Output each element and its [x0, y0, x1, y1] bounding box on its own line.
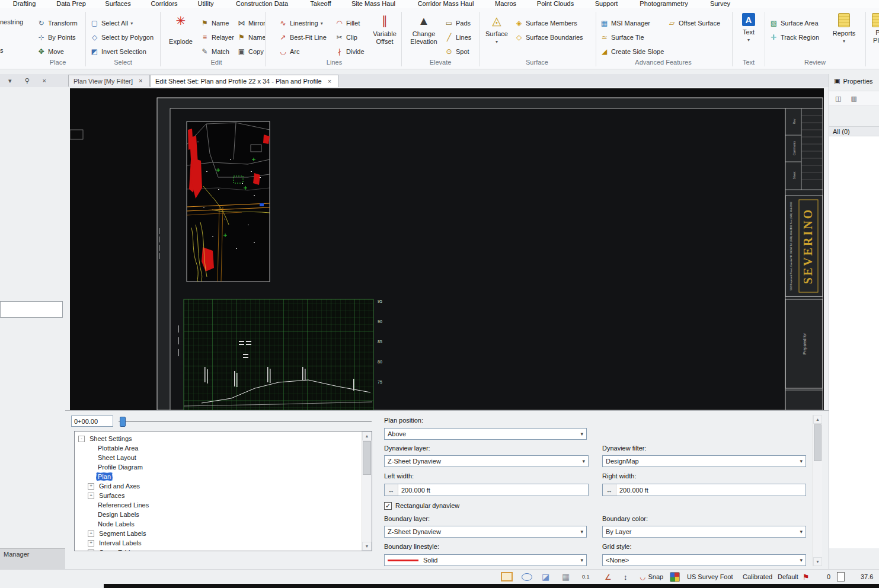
msi-manager-button[interactable]: ▦ MSI Manager: [600, 18, 650, 28]
lasso-select-icon[interactable]: [522, 571, 532, 582]
cad-canvas[interactable]: 95 90 85 80 75 Rev Comments Sheet: [70, 88, 824, 410]
sheet-icon[interactable]: [837, 571, 845, 582]
name-button[interactable]: ⚑ Name: [200, 18, 229, 28]
surface-button[interactable]: ◬ Surface ▾: [484, 13, 510, 46]
tree-scrollbar[interactable]: ▲ ▼: [362, 432, 372, 551]
menu-tab-takeoff[interactable]: Takeoff: [310, 0, 331, 8]
match-button[interactable]: ✎ Match: [200, 47, 229, 56]
menu-tab-site-mass-haul[interactable]: Site Mass Haul: [351, 0, 395, 8]
pin-icon[interactable]: ⚲: [25, 77, 30, 85]
offset-surface-button[interactable]: ▱ Offset Surface: [667, 18, 720, 28]
tree-item-plottable-area[interactable]: Plottable Area: [96, 443, 140, 453]
surface-boundaries-button[interactable]: ◇ Surface Boundaries: [514, 33, 583, 42]
station-input[interactable]: 0+00.00: [71, 416, 113, 427]
menu-tab-surfaces[interactable]: Surfaces: [105, 0, 130, 8]
panel-menu-chevron-icon[interactable]: ▾: [8, 77, 12, 85]
boundary-layer-select[interactable]: Z-Sheet Dynaview ▾: [384, 526, 587, 538]
best-fit-line-button[interactable]: ↗ Best-Fit Line: [279, 33, 327, 42]
tree-item-referenced-lines[interactable]: Referenced Lines: [96, 500, 151, 510]
boundary-color-select[interactable]: By Layer ▾: [602, 526, 806, 538]
relayer-button[interactable]: ≡ Relayer: [200, 33, 234, 42]
arc-button[interactable]: ◡ Arc: [279, 47, 300, 56]
slope-mode-icon[interactable]: ∠: [605, 571, 612, 582]
change-elevation-button[interactable]: ▲ Change Elevation: [409, 13, 439, 46]
menu-tab-corridors[interactable]: Corridors: [151, 0, 177, 8]
polygon-select-icon[interactable]: ◪: [542, 571, 549, 582]
marquee-select-icon[interactable]: [501, 571, 513, 582]
spot-button[interactable]: ⊙ Spot: [445, 47, 469, 56]
flag-icon[interactable]: ⚑: [803, 571, 810, 582]
menu-tab-point-clouds[interactable]: Point Clouds: [537, 0, 574, 8]
scroll-up-icon[interactable]: ▲: [813, 415, 822, 424]
dynaview-filter-select[interactable]: DesignMap ▾: [602, 455, 806, 467]
calibrated-label[interactable]: Calibrated: [743, 571, 772, 582]
surface-area-button[interactable]: ▧ Surface Area: [769, 18, 819, 28]
surface-members-button[interactable]: ◈ Surface Members: [514, 18, 577, 28]
expand-icon[interactable]: +: [88, 540, 94, 547]
invert-selection-button[interactable]: ◩ Invert Selection: [90, 47, 146, 56]
tree-item-profile-diagram[interactable]: Profile Diagram: [96, 462, 145, 472]
properties-filter[interactable]: All (0): [829, 126, 879, 136]
place-cut-label[interactable]: nestring: [0, 18, 23, 25]
tree-item-design-labels[interactable]: Design Labels: [96, 510, 141, 519]
mirror-button[interactable]: ⋈ Mirror: [237, 18, 266, 28]
expand-icon[interactable]: +: [88, 483, 94, 490]
tree-item-sheet-settings[interactable]: - Sheet Settings: [78, 434, 134, 443]
place-cut-label-2[interactable]: s: [0, 47, 4, 54]
tree-item-segment-labels[interactable]: + Segment Labels: [88, 529, 148, 538]
error-count[interactable]: 0: [827, 571, 830, 582]
plan-position-select[interactable]: Above ▾: [384, 428, 587, 440]
linestring-button[interactable]: ∿ Linestring ▾: [279, 18, 323, 28]
tree-item-interval-labels[interactable]: + Interval Labels: [88, 538, 143, 548]
divide-button[interactable]: ∤ Divide: [335, 47, 365, 56]
scroll-down-icon[interactable]: ▼: [362, 542, 372, 551]
left-width-field[interactable]: ↔ 200.000 ft: [384, 484, 589, 496]
ortho-increment-icon[interactable]: 0.1: [582, 571, 590, 582]
name-button-2[interactable]: ⚑ Name: [237, 33, 266, 42]
collapse-icon[interactable]: -: [78, 436, 85, 442]
menu-tab-data-prep[interactable]: Data Prep: [56, 0, 86, 8]
units-label[interactable]: US Survey Foot: [687, 571, 733, 582]
coordinate-system-icon[interactable]: [670, 571, 680, 582]
tab-edit-sheet-set[interactable]: Edit Sheet Set: Plan and Profile 22 x 34…: [150, 75, 338, 87]
vertical-mode-icon[interactable]: ↕: [624, 571, 628, 582]
expand-icon[interactable]: +: [88, 493, 94, 499]
menu-tab-drafting[interactable]: Drafting: [13, 0, 36, 8]
dynaview-layer-select[interactable]: Z-Sheet Dynaview ▾: [384, 455, 589, 467]
tree-item-sheet-layout[interactable]: Sheet Layout: [96, 453, 138, 462]
fillet-button[interactable]: ◠ Fillet: [335, 18, 360, 28]
scroll-up-icon[interactable]: ▲: [362, 432, 372, 440]
by-points-button[interactable]: ⊹ By Points: [37, 33, 75, 42]
boundary-linestyle-select[interactable]: Solid ▾: [384, 554, 587, 566]
menu-tab-photogrammetry[interactable]: Photogrammetry: [640, 0, 688, 8]
tree-item-surfaces[interactable]: + Surfaces: [88, 491, 126, 500]
menu-tab-survey[interactable]: Survey: [710, 0, 730, 8]
scrollbar-thumb[interactable]: [814, 424, 822, 461]
move-button[interactable]: ✥ Move: [37, 47, 64, 56]
tree-item-grid-and-axes[interactable]: + Grid and Axes: [88, 481, 142, 491]
profile-label[interactable]: Default: [778, 571, 798, 582]
form-scrollbar[interactable]: ▲ ▼: [813, 415, 822, 566]
expand-icon[interactable]: +: [88, 531, 94, 537]
close-tab-icon[interactable]: ×: [139, 78, 142, 84]
track-region-button[interactable]: ✛ Track Region: [769, 33, 819, 42]
text-button[interactable]: A Text ▾: [735, 13, 762, 44]
rectangular-dynaview-checkbox[interactable]: ✓: [384, 502, 392, 510]
reports-button[interactable]: Reports ▾: [830, 13, 858, 45]
menu-tab-macros[interactable]: Macros: [495, 0, 516, 8]
copy-button[interactable]: ▣ Copy: [237, 47, 264, 56]
menu-tab-support[interactable]: Support: [595, 0, 618, 8]
transform-button[interactable]: ↻ Transform: [37, 18, 78, 28]
variable-offset-button[interactable]: ∥ Variable Offset: [371, 13, 398, 46]
grid-style-select[interactable]: <None> ▾: [602, 554, 806, 566]
grid-toggle-icon[interactable]: ▦: [562, 571, 570, 582]
pads-button[interactable]: ▭ Pads: [445, 18, 471, 28]
tree-item-plan[interactable]: Plan: [96, 472, 113, 481]
close-tab-icon[interactable]: ×: [328, 78, 331, 85]
station-slider-track[interactable]: [119, 421, 372, 422]
explode-button[interactable]: ✳ Explode: [167, 13, 194, 46]
select-all-button[interactable]: ▢ Select All ▾: [90, 18, 133, 28]
surface-tie-button[interactable]: ≃ Surface Tie: [600, 33, 644, 42]
tree-item-curve-table[interactable]: + Curve Table: [88, 548, 136, 551]
tree-item-node-labels[interactable]: Node Labels: [96, 519, 136, 529]
